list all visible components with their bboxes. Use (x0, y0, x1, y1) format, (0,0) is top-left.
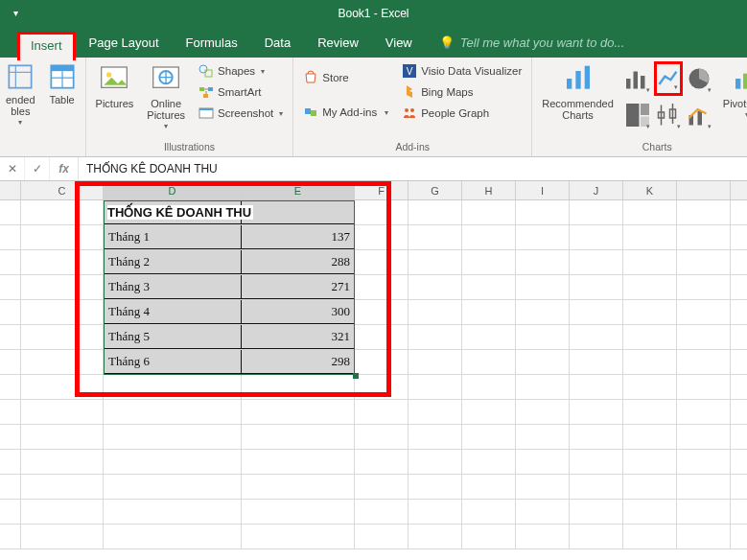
svg-point-8 (106, 72, 111, 77)
svg-rect-24 (567, 79, 572, 89)
table-cell-value[interactable]: 321 (242, 325, 355, 349)
shapes-icon (198, 63, 214, 79)
treemap-chart-button[interactable]: ▾ (623, 98, 652, 132)
formula-bar: ✕ ✓ fx THỐNG KÊ DOANH THU (0, 157, 747, 181)
svg-point-11 (199, 65, 207, 73)
table-cell-value[interactable]: 288 (242, 250, 355, 274)
bulb-icon: 💡 (439, 35, 455, 50)
svg-rect-19 (311, 110, 316, 116)
shapes-button[interactable]: Shapes▾ (195, 61, 287, 81)
selection-fill-handle[interactable] (353, 373, 359, 379)
people-graph-icon (402, 105, 417, 121)
svg-rect-26 (584, 66, 589, 89)
col-header[interactable]: C (21, 181, 104, 199)
recommended-charts-icon (563, 63, 594, 94)
tab-data[interactable]: Data (251, 29, 304, 58)
col-header[interactable]: E (242, 181, 355, 199)
col-header[interactable]: D (104, 181, 242, 199)
table-button[interactable]: Table (45, 61, 80, 107)
col-header[interactable]: G (409, 181, 462, 199)
col-header[interactable]: K (623, 181, 677, 199)
fx-icon[interactable]: fx (50, 157, 79, 180)
column-chart-button[interactable]: ▾ (623, 61, 652, 96)
pictures-icon (99, 63, 129, 94)
tell-me-search[interactable]: 💡 Tell me what you want to do... (426, 29, 639, 58)
smartart-button[interactable]: SmartArt (195, 82, 287, 102)
cancel-entry-icon[interactable]: ✕ (0, 157, 25, 180)
qat-customize-icon[interactable]: ▾ (6, 4, 25, 21)
svg-rect-29 (641, 76, 645, 89)
col-header[interactable] (677, 181, 731, 199)
pie-chart-button[interactable]: ▾ (685, 61, 713, 96)
ribbon-tabs: Insert Page Layout Formulas Data Review … (0, 27, 747, 58)
tell-me-placeholder: Tell me what you want to do... (460, 35, 625, 50)
my-addins-button[interactable]: My Add-ins▾ (299, 103, 392, 122)
table-cell-label[interactable]: Tháng 3 (104, 275, 242, 299)
people-graph-button[interactable]: People Graph (398, 104, 525, 123)
svg-rect-17 (199, 108, 213, 110)
svg-rect-27 (626, 79, 631, 89)
svg-text:V: V (407, 66, 413, 77)
screenshot-icon (198, 105, 214, 121)
addins-icon (303, 105, 318, 120)
recommended-charts-button[interactable]: Recommended Charts (538, 61, 618, 123)
table-cell-label[interactable]: Tháng 6 (104, 350, 242, 374)
table-cell-label[interactable]: Tháng 4 (104, 300, 242, 324)
group-illustrations-label: Illustrations (92, 138, 288, 154)
svg-rect-18 (305, 108, 311, 114)
table-cell-value[interactable]: 300 (242, 300, 355, 324)
svg-point-22 (405, 108, 409, 112)
combo-chart-button[interactable]: ▾ (685, 98, 713, 132)
svg-rect-4 (51, 65, 73, 71)
col-header[interactable]: J (570, 181, 623, 199)
svg-rect-0 (10, 65, 32, 87)
table-cell-value[interactable]: 137 (242, 225, 355, 249)
enter-entry-icon[interactable]: ✓ (25, 157, 50, 180)
tab-page-layout[interactable]: Page Layout (76, 29, 173, 58)
col-header[interactable]: H (462, 181, 516, 199)
table-cell-value[interactable]: 298 (242, 350, 355, 374)
pivot-chart-button[interactable]: PivotChart ▾ (719, 61, 747, 122)
pivot-table-icon (7, 63, 34, 90)
spreadsheet-grid[interactable]: C D E F G H I J K THỐNG KÊ DOANH THU Thá… (0, 181, 747, 560)
tab-formulas[interactable]: Formulas (173, 29, 251, 58)
ribbon: ended bles ▾ Table Pictures (0, 58, 747, 157)
bing-maps-button[interactable]: Bing Maps (398, 82, 525, 102)
table-cell-label[interactable]: Tháng 2 (104, 250, 242, 274)
table-cell-value[interactable]: 271 (242, 275, 355, 299)
col-stub[interactable] (0, 181, 21, 199)
col-header[interactable]: I (516, 181, 570, 199)
store-icon (303, 70, 318, 85)
table-cell-label[interactable]: Tháng 1 (104, 225, 242, 249)
screenshot-button[interactable]: Screenshot▾ (195, 104, 287, 123)
recommended-pivot-button[interactable]: ended bles ▾ (2, 61, 39, 129)
svg-rect-41 (743, 74, 747, 89)
svg-rect-39 (697, 111, 702, 126)
tab-view[interactable]: View (372, 29, 426, 58)
smartart-icon (198, 84, 214, 100)
visio-icon: V (402, 63, 417, 79)
online-pictures-icon (151, 63, 181, 94)
pictures-button[interactable]: Pictures (92, 61, 138, 111)
visio-visualizer-button[interactable]: V Visio Data Visualizer (398, 61, 525, 81)
store-button[interactable]: Store (299, 68, 392, 87)
workbook-title: Book1 - Excel (338, 7, 409, 20)
table-cell-label[interactable]: Tháng 5 (104, 325, 242, 349)
online-pictures-button[interactable]: Online Pictures ▾ (143, 61, 189, 133)
col-header[interactable]: F (355, 181, 409, 199)
formula-input[interactable]: THỐNG KÊ DOANH THU (79, 157, 747, 180)
svg-rect-31 (626, 104, 640, 127)
statistic-chart-button[interactable]: ▾ (654, 98, 683, 132)
tab-insert[interactable]: Insert (17, 32, 76, 60)
table-title-cell[interactable]: THỐNG KÊ DOANH THU (104, 200, 242, 224)
svg-rect-32 (641, 104, 649, 115)
table-icon (49, 63, 76, 90)
svg-rect-40 (735, 79, 740, 89)
pivot-chart-icon (732, 63, 747, 94)
line-chart-button[interactable]: ▾ (654, 61, 683, 96)
tab-review[interactable]: Review (304, 29, 372, 58)
column-headers: C D E F G H I J K (0, 181, 747, 200)
bing-icon (402, 84, 417, 100)
svg-rect-15 (203, 94, 208, 98)
group-charts-label: Charts◢ (538, 138, 747, 154)
